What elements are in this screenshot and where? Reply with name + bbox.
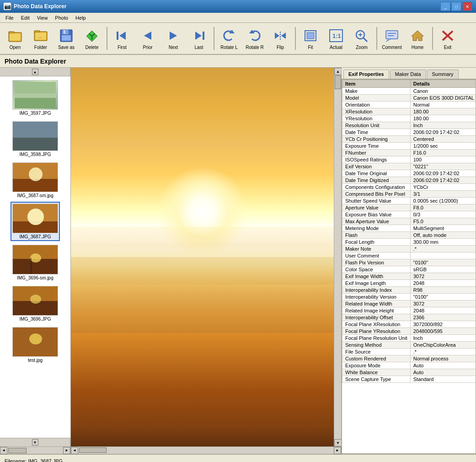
thumb-hscroll-left[interactable]: ◄: [0, 447, 7, 454]
exif-item-name: Aperture Value: [342, 204, 411, 211]
svg-rect-41: [13, 138, 58, 151]
thumbnail-item-3[interactable]: IMG_3687.JPG: [11, 202, 60, 241]
image-hscroll: ◄ ►: [71, 446, 341, 454]
minimize-button[interactable]: _: [440, 2, 450, 11]
open-button[interactable]: Open: [3, 25, 27, 52]
tab-maker-data[interactable]: Maker Data: [390, 70, 426, 79]
table-row: Sensing MethodOneChipColorArea: [342, 342, 476, 349]
table-row: Shutter Speed Value0.0005 sec (1/2000): [342, 198, 476, 204]
thumb-scroll-up[interactable]: ▲: [32, 69, 38, 75]
menu-photo[interactable]: Photo: [51, 14, 72, 21]
menu-bar: File Edit View Photo Help: [0, 13, 476, 23]
thumbnail-item-4[interactable]: IMG_3696-sm.jpg: [11, 243, 60, 282]
exif-tabs: Exif Properties Maker Data Summary: [342, 68, 476, 79]
exif-item-value: OneChipColorArea: [410, 342, 476, 349]
exif-item-name: Maker Note: [342, 246, 411, 252]
vscroll-down-btn[interactable]: ▼: [334, 439, 341, 446]
table-row: Exif Version"0221": [342, 163, 476, 170]
exif-item-value: Inch: [410, 335, 476, 342]
menu-edit[interactable]: Edit: [17, 14, 33, 21]
menu-view[interactable]: View: [33, 14, 52, 21]
exif-table-container[interactable]: Item Details MakeCanonModelCanon EOS 300…: [342, 79, 476, 454]
maximize-button[interactable]: □: [451, 2, 461, 11]
exif-item-name: Date Time: [342, 129, 411, 136]
prior-button[interactable]: Prior: [135, 25, 160, 52]
exif-item-name: Exposure Mode: [342, 362, 411, 369]
exif-item-value: 3072000/892: [410, 321, 476, 328]
rotate-l-button[interactable]: Rotate L: [217, 25, 241, 52]
exif-item-name: FNumber: [342, 150, 411, 156]
last-button[interactable]: Last: [187, 25, 211, 52]
thumbnail-item-5[interactable]: IMG_3696.JPG: [11, 284, 60, 323]
folder-button[interactable]: ... Folder: [28, 25, 53, 52]
svg-rect-15: [203, 32, 204, 40]
exif-item-name: Focal Plane YResolution: [342, 328, 411, 335]
exif-item-value: F5.0: [410, 218, 476, 225]
table-row: Resolution UnitInch: [342, 122, 476, 129]
fit-button[interactable]: Fit: [298, 25, 323, 52]
rotate-r-button[interactable]: Rotate R: [242, 25, 267, 52]
exif-item-name: Exif Image Width: [342, 273, 411, 280]
table-row: Date Time Digitized2006:02:09 17:42:02: [342, 177, 476, 184]
exif-col-details: Details: [410, 80, 476, 88]
table-row: Date Time2006:02:09 17:42:02: [342, 129, 476, 136]
exif-item-value: .*: [410, 246, 476, 252]
table-row: FlashOff, auto mode: [342, 232, 476, 239]
delete-button[interactable]: Delete: [80, 25, 104, 52]
table-row: Exposure Bias Value0/3: [342, 211, 476, 218]
thumbnail-item-0[interactable]: IMG_3597.JPG: [11, 78, 60, 118]
flip-button[interactable]: Flip: [268, 25, 293, 52]
exif-item-name: Shutter Speed Value: [342, 198, 411, 204]
exit-button[interactable]: Exit: [435, 25, 460, 52]
table-row: Focal Length300.00 mm: [342, 239, 476, 246]
vscroll-up-btn[interactable]: ▲: [334, 68, 341, 75]
table-row: Compressed Bits Per Pixel3/1: [342, 191, 476, 198]
zoom-button[interactable]: Zoom: [349, 25, 374, 52]
window-controls: _ □ ✕: [440, 2, 472, 11]
toolbar: Open ... Folder Save as: [0, 23, 476, 55]
close-button[interactable]: ✕: [462, 2, 472, 11]
exif-item-value: .*: [410, 349, 476, 355]
thumbnail-item-6[interactable]: test.jpg: [11, 325, 60, 365]
tab-exif-properties[interactable]: Exif Properties: [343, 70, 389, 79]
cloud-detail-2: [71, 257, 334, 285]
exif-item-value: Centered: [410, 136, 476, 143]
thumbnail-label-1: IMG_3598.JPG: [20, 152, 51, 157]
svg-marker-31: [386, 39, 391, 42]
hscroll-right-btn[interactable]: ►: [334, 447, 341, 454]
thumbnail-item-1[interactable]: IMG_3598.JPG: [11, 119, 60, 159]
vscroll-thumb[interactable]: [335, 75, 341, 89]
prior-icon: [139, 27, 156, 44]
tab-summary[interactable]: Summary: [427, 70, 459, 79]
first-icon: [114, 27, 130, 44]
table-row: XResolution180.00: [342, 108, 476, 115]
home-button[interactable]: Home: [405, 25, 430, 52]
exif-item-value: MultiSegment: [410, 225, 476, 232]
exif-item-name: YResolution: [342, 115, 411, 122]
save-icon: [58, 27, 75, 44]
thumbnail-item-2[interactable]: IMG_3687-sm.jpg: [11, 161, 60, 200]
menu-help[interactable]: Help: [72, 14, 90, 21]
save-button[interactable]: Save as: [54, 25, 79, 52]
thumbnail-label-0: IMG_3597.JPG: [20, 111, 51, 116]
menu-file[interactable]: File: [2, 14, 17, 21]
svg-rect-23: [307, 32, 314, 39]
thumbnail-panel: ▲ IMG_3597.JPG: [0, 68, 71, 454]
exif-item-name: Date Time Original: [342, 170, 411, 177]
thumb-scroll-down[interactable]: ▼: [32, 439, 38, 446]
exif-item-value: "0221": [410, 163, 476, 170]
thumb-hscroll-right[interactable]: ►: [63, 447, 70, 454]
hscroll-thumb[interactable]: [79, 447, 107, 453]
table-row: Maker Note.*: [342, 246, 476, 252]
next-button[interactable]: Next: [161, 25, 186, 52]
exif-item-name: Compressed Bits Per Pixel: [342, 191, 411, 198]
table-row: Flash Pix Version"0100": [342, 259, 476, 266]
exif-item-value: R98: [410, 287, 476, 294]
table-row: User Comment: [342, 252, 476, 259]
comment-button[interactable]: Comment: [380, 25, 404, 52]
status-left: Filename: IMG_3687.JPG Folder: G:\DATA\p…: [5, 457, 74, 462]
hscroll-left-btn[interactable]: ◄: [71, 447, 78, 454]
actual-button[interactable]: 1:1 Actual: [324, 25, 348, 52]
thumb-hscroll: ◄ ►: [0, 446, 70, 454]
first-button[interactable]: First: [110, 25, 134, 52]
